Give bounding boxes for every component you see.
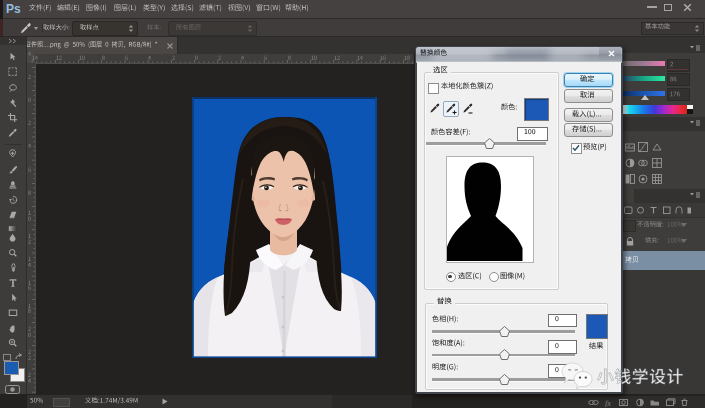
- svg-text:fx: fx: [605, 399, 611, 408]
